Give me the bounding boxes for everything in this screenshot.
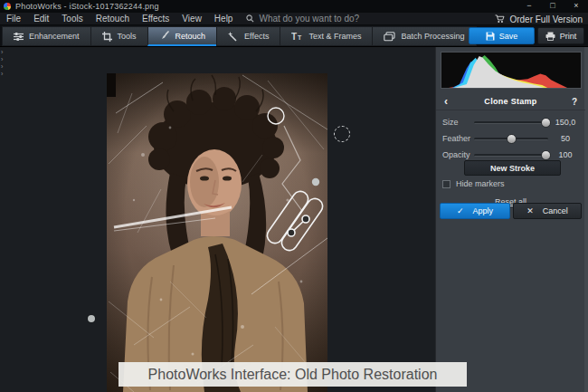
tab-label: Text & Frames bbox=[308, 32, 361, 41]
tab-label: Batch Processing bbox=[401, 32, 464, 41]
crop-icon bbox=[102, 32, 112, 42]
wand-icon bbox=[228, 32, 239, 42]
caption-bar: PhotoWorks Interface: Old Photo Restorat… bbox=[119, 362, 467, 387]
save-label: Save bbox=[499, 32, 518, 41]
photo-image[interactable] bbox=[107, 73, 327, 392]
chevron-right-icon: › bbox=[1, 56, 3, 63]
panel-expand-chevrons[interactable]: › › › › bbox=[1, 49, 3, 78]
menu-help[interactable]: Help bbox=[208, 14, 240, 24]
tab-label: Tools bbox=[118, 32, 137, 41]
tab-batch-processing[interactable]: Batch Processing bbox=[372, 26, 476, 46]
new-stroke-button[interactable]: New Stroke bbox=[464, 160, 561, 176]
new-stroke-label: New Stroke bbox=[490, 164, 535, 173]
text-icon: TT bbox=[291, 32, 303, 42]
minimize-button[interactable]: − bbox=[517, 0, 541, 13]
cart-icon bbox=[495, 14, 505, 24]
check-icon: ✓ bbox=[457, 206, 464, 215]
tab-enhancement[interactable]: Enhancement bbox=[2, 26, 90, 46]
editor-canvas[interactable]: › › › › bbox=[0, 47, 435, 392]
slider-handle[interactable] bbox=[507, 134, 517, 144]
hide-markers-label: Hide markers bbox=[456, 179, 505, 188]
brush-icon bbox=[159, 31, 170, 41]
feather-label: Feather bbox=[442, 134, 470, 143]
app-logo-icon bbox=[4, 3, 11, 10]
histogram bbox=[441, 52, 582, 89]
menu-view[interactable]: View bbox=[175, 14, 208, 24]
window-title: PhotoWorks - iStock-1017362244.png bbox=[15, 2, 159, 11]
size-label: Size bbox=[442, 118, 459, 127]
main-toolbar: Enhancement Tools Retouch Effects bbox=[0, 25, 588, 47]
svg-text:T: T bbox=[298, 34, 302, 41]
hide-markers-row[interactable]: Hide markers bbox=[442, 179, 505, 188]
search-box[interactable]: What do you want to do? bbox=[246, 14, 359, 24]
clone-source-point[interactable] bbox=[302, 215, 309, 223]
help-icon[interactable]: ? bbox=[572, 97, 577, 107]
hide-markers-checkbox[interactable] bbox=[442, 180, 450, 188]
title-bar: PhotoWorks - iStock-1017362244.png − □ × bbox=[0, 0, 588, 13]
clone-target-point[interactable] bbox=[288, 229, 295, 236]
opacity-slider[interactable] bbox=[474, 154, 548, 157]
tab-tools[interactable]: Tools bbox=[90, 26, 147, 46]
tab-retouch[interactable]: Retouch bbox=[147, 26, 217, 46]
tab-effects[interactable]: Effects bbox=[216, 26, 280, 46]
panel-title: Clone Stamp bbox=[436, 97, 585, 106]
menu-retouch[interactable]: Retouch bbox=[90, 14, 136, 24]
chevron-right-icon: › bbox=[1, 49, 3, 56]
stack-icon bbox=[384, 32, 395, 42]
size-slider-row: Size 150,0 bbox=[436, 116, 585, 129]
menu-tools[interactable]: Tools bbox=[55, 14, 89, 24]
size-slider[interactable] bbox=[474, 121, 548, 124]
sliders-icon bbox=[14, 32, 24, 42]
tab-label: Retouch bbox=[175, 32, 206, 41]
printer-icon bbox=[545, 32, 555, 41]
panel-header: ‹ Clone Stamp ? bbox=[436, 94, 585, 110]
tab-label: Effects bbox=[244, 32, 269, 41]
maximize-button[interactable]: □ bbox=[541, 0, 564, 13]
chevron-right-icon: › bbox=[1, 63, 3, 71]
brush-cursor-icon bbox=[334, 126, 350, 142]
photoworks-window: PhotoWorks - iStock-1017362244.png − □ ×… bbox=[0, 0, 588, 392]
apply-label: Apply bbox=[473, 206, 494, 215]
chevron-right-icon: › bbox=[1, 71, 3, 78]
opacity-value: 100 bbox=[550, 150, 581, 159]
print-button[interactable]: Print bbox=[537, 27, 584, 44]
order-label: Order Full Version bbox=[509, 14, 583, 24]
print-label: Print bbox=[560, 32, 577, 41]
apply-button[interactable]: ✓ Apply bbox=[440, 203, 510, 219]
save-button[interactable]: Save bbox=[469, 27, 535, 44]
cancel-button[interactable]: ✕ Cancel bbox=[513, 203, 582, 219]
menu-bar: File Edit Tools Retouch Effects View Hel… bbox=[0, 13, 588, 25]
order-full-version[interactable]: Order Full Version bbox=[495, 13, 583, 25]
tab-text-frames[interactable]: TT Text & Frames bbox=[280, 26, 372, 46]
tab-label: Enhancement bbox=[29, 32, 80, 41]
x-icon: ✕ bbox=[526, 206, 534, 215]
marker-dot[interactable] bbox=[88, 315, 95, 322]
floppy-icon bbox=[486, 32, 495, 41]
feather-slider-row: Feather 50 bbox=[436, 132, 585, 145]
opacity-label: Opacity bbox=[442, 150, 470, 159]
marker-dot[interactable] bbox=[312, 178, 319, 186]
menu-edit[interactable]: Edit bbox=[27, 14, 55, 24]
svg-text:T: T bbox=[291, 32, 297, 42]
menu-file[interactable]: File bbox=[0, 14, 27, 24]
close-button[interactable]: × bbox=[564, 0, 588, 13]
menu-effects[interactable]: Effects bbox=[136, 14, 175, 24]
tool-options-panel: ‹ Clone Stamp ? Size 150,0 Feather 50 Op… bbox=[435, 47, 588, 392]
caption-text: PhotoWorks Interface: Old Photo Restorat… bbox=[148, 367, 438, 383]
feather-value: 50 bbox=[550, 134, 581, 143]
search-icon bbox=[246, 14, 254, 23]
cancel-label: Cancel bbox=[543, 206, 568, 215]
opacity-slider-row: Opacity 100 bbox=[436, 148, 585, 161]
size-value: 150,0 bbox=[550, 118, 581, 127]
feather-slider[interactable] bbox=[474, 138, 548, 140]
search-placeholder: What do you want to do? bbox=[259, 14, 359, 24]
